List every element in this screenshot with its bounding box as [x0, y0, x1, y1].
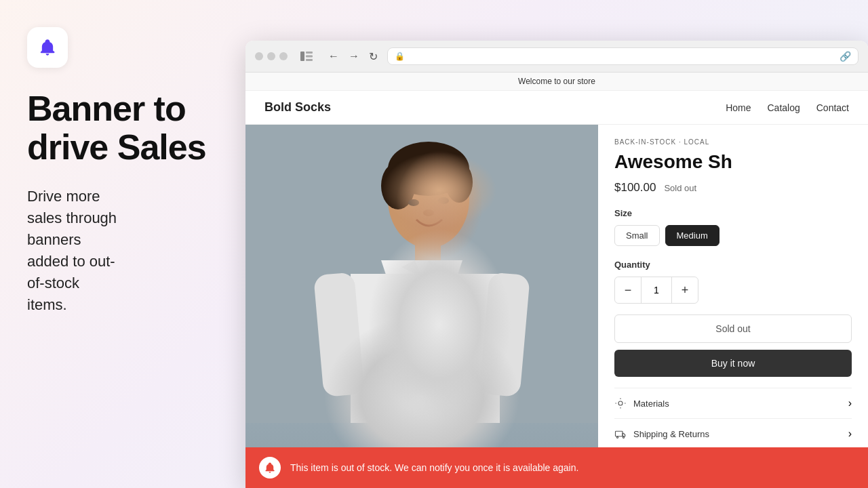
- sidebar-icon: [300, 52, 313, 61]
- bell-notification-icon: [264, 462, 276, 474]
- store-nav: Bold Socks Home Catalog Contact: [245, 91, 868, 125]
- svg-point-5: [388, 150, 469, 248]
- svg-rect-1: [306, 52, 313, 54]
- svg-rect-23: [616, 431, 623, 436]
- svg-marker-15: [401, 260, 422, 277]
- svg-marker-10: [381, 260, 462, 281]
- product-area: BACK-IN-STOCK · LOCAL Awesome Sh $100.00…: [245, 125, 868, 488]
- svg-point-6: [388, 142, 469, 196]
- store-logo: Bold Socks: [264, 100, 331, 115]
- accordion-materials-label: Materials: [633, 399, 842, 409]
- shipping-icon: [614, 428, 627, 440]
- svg-rect-11: [351, 274, 500, 423]
- link-icon: 🔗: [840, 51, 851, 62]
- product-price: $100.00: [614, 181, 656, 195]
- bell-icon: [38, 38, 57, 57]
- address-bar[interactable]: 🔒 🔗: [387, 47, 859, 65]
- size-small-button[interactable]: Small: [614, 225, 660, 246]
- buy-now-button[interactable]: Buy it now: [614, 350, 852, 377]
- accordion-shipping[interactable]: Shipping & Returns ›: [614, 419, 852, 449]
- store-banner: Welcome to our store: [245, 73, 868, 91]
- traffic-light-close: [255, 52, 263, 60]
- product-details: BACK-IN-STOCK · LOCAL Awesome Sh $100.00…: [598, 125, 868, 488]
- svg-rect-2: [306, 56, 313, 58]
- quantity-value: 1: [641, 277, 672, 303]
- svg-point-13: [419, 308, 425, 314]
- forward-button[interactable]: →: [346, 49, 362, 64]
- materials-icon: [614, 397, 627, 409]
- browser-chrome: ← → ↻ 🔒 🔗: [245, 41, 868, 73]
- svg-marker-16: [422, 260, 446, 277]
- size-options: Small Medium: [614, 225, 852, 246]
- accordion-shipping-label: Shipping & Returns: [633, 429, 842, 439]
- nav-buttons: ← → ↻: [326, 49, 380, 64]
- svg-point-12: [419, 291, 425, 297]
- svg-point-19: [408, 199, 419, 206]
- svg-point-22: [618, 401, 623, 405]
- product-image-area: [245, 125, 598, 488]
- svg-point-24: [616, 436, 618, 438]
- product-category: BACK-IN-STOCK · LOCAL: [614, 138, 852, 146]
- product-name: Awesome Sh: [614, 151, 852, 173]
- traffic-light-maximize: [279, 52, 288, 60]
- svg-rect-3: [306, 59, 313, 61]
- quantity-decrease-button[interactable]: −: [615, 277, 641, 303]
- store-nav-links: Home Catalog Contact: [726, 102, 849, 113]
- svg-rect-0: [300, 52, 304, 61]
- svg-rect-4: [245, 125, 598, 423]
- svg-point-14: [419, 325, 425, 331]
- lock-icon: 🔒: [395, 52, 405, 61]
- nav-catalog[interactable]: Catalog: [767, 102, 800, 113]
- svg-point-7: [381, 162, 415, 209]
- browser-window: ← → ↻ 🔒 🔗 Welcome to our store Bold Sock…: [245, 41, 868, 488]
- svg-rect-17: [313, 272, 364, 397]
- quantity-increase-button[interactable]: +: [672, 277, 698, 303]
- store-banner-text: Welcome to our store: [518, 77, 595, 86]
- back-button[interactable]: ←: [326, 49, 342, 64]
- subtext: Drive moresales throughbannersadded to o…: [27, 186, 117, 315]
- notification-banner: This item is out of stock. We can notify…: [245, 447, 868, 488]
- svg-point-8: [446, 162, 473, 203]
- accordion-materials-chevron: ›: [848, 397, 852, 409]
- nav-home[interactable]: Home: [726, 102, 751, 113]
- size-label: Size: [614, 208, 852, 218]
- svg-point-21: [423, 209, 434, 216]
- store-content: Welcome to our store Bold Socks Home Cat…: [245, 73, 868, 488]
- accordion-materials[interactable]: Materials ›: [614, 388, 852, 419]
- svg-point-25: [623, 436, 624, 438]
- reload-button[interactable]: ↻: [366, 49, 380, 64]
- svg-rect-9: [415, 241, 441, 262]
- product-image: [245, 125, 598, 488]
- headline: Banner to drive Sales: [27, 89, 217, 167]
- notification-bell-icon: [259, 457, 281, 479]
- sidebar-toggle-button[interactable]: [297, 49, 316, 63]
- quantity-row: − 1 +: [614, 277, 698, 304]
- left-panel: Banner to drive Sales Drive moresales th…: [0, 0, 244, 488]
- sold-out-button[interactable]: Sold out: [614, 314, 852, 343]
- app-icon: [27, 27, 68, 68]
- svg-rect-18: [479, 272, 530, 397]
- sold-out-badge: Sold out: [664, 183, 696, 193]
- nav-contact[interactable]: Contact: [816, 102, 849, 113]
- product-image-svg: [245, 125, 598, 423]
- price-row: $100.00 Sold out: [614, 181, 852, 195]
- traffic-lights: [255, 52, 288, 60]
- size-medium-button[interactable]: Medium: [665, 225, 719, 246]
- quantity-label: Quantity: [614, 260, 852, 270]
- svg-point-20: [438, 197, 449, 204]
- accordion-shipping-chevron: ›: [848, 428, 852, 440]
- notification-text: This item is out of stock. We can notify…: [290, 462, 578, 473]
- traffic-light-minimize: [267, 52, 275, 60]
